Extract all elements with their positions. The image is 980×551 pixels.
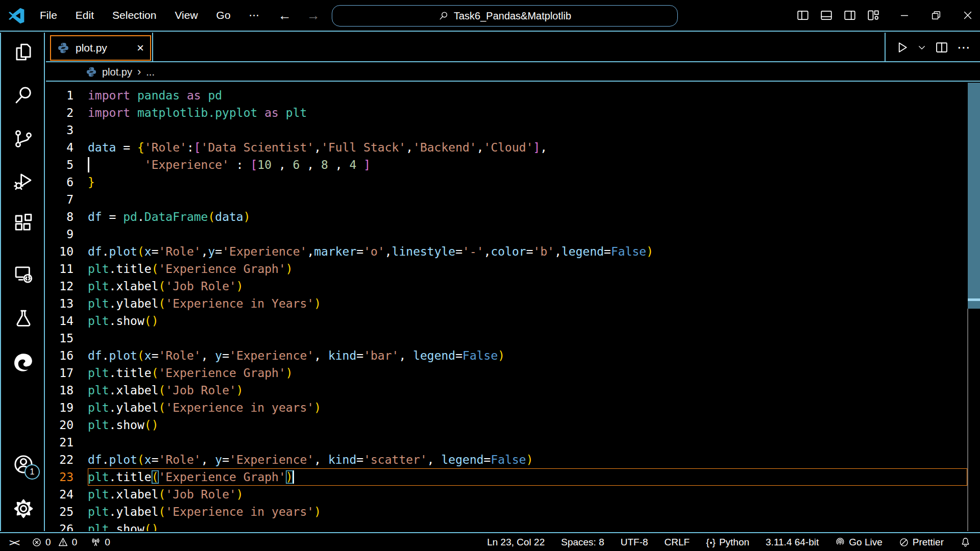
code-line[interactable]: 21 — [46, 434, 980, 451]
toggle-panel-icon[interactable] — [820, 9, 833, 22]
minimize-button[interactable] — [892, 0, 917, 31]
language-mode[interactable]: {} Python — [706, 537, 749, 548]
restore-button[interactable] — [924, 0, 948, 31]
line-number: 4 — [46, 139, 88, 156]
testing-icon[interactable] — [11, 307, 36, 331]
settings-gear-icon[interactable] — [11, 496, 36, 521]
tab-label: plot.py — [76, 42, 107, 54]
code-line[interactable]: 7 — [46, 191, 980, 208]
toggle-sidebar-icon[interactable] — [796, 9, 810, 22]
line-number: 26 — [46, 520, 88, 531]
accounts-icon[interactable]: 1 — [11, 452, 36, 477]
activity-bar: 1 — [0, 33, 45, 531]
run-and-debug-icon[interactable] — [11, 169, 36, 193]
cursor-position[interactable]: Ln 23, Col 22 — [487, 537, 545, 548]
explorer-icon[interactable] — [11, 40, 36, 64]
search-icon — [438, 11, 449, 21]
split-editor-button[interactable] — [935, 40, 949, 55]
source-control-icon[interactable] — [11, 127, 36, 151]
line-number: 5 — [46, 156, 88, 173]
remote-explorer-icon[interactable] — [11, 262, 36, 286]
menu-selection[interactable]: Selection — [112, 9, 156, 21]
search-sidebar-icon[interactable] — [11, 83, 36, 108]
code-line[interactable]: 18plt.xlabel('Job Role') — [46, 382, 980, 399]
problems-indicator[interactable]: 0 0 — [32, 537, 77, 548]
code-line[interactable]: 10df.plot(x='Role',y='Experience',marker… — [46, 243, 980, 260]
line-number: 17 — [46, 364, 88, 382]
editor-group: plot.py × ⋯ plot.py › ... 1import pandas… — [46, 33, 980, 531]
code-line[interactable]: 4data = {'Role':['Data Scientist','Full … — [46, 139, 980, 156]
edge-browser-icon[interactable] — [11, 350, 36, 374]
line-number: 15 — [46, 330, 88, 347]
code-line[interactable]: 1import pandas as pd — [46, 87, 980, 104]
editor-actions: ⋯ — [885, 33, 980, 62]
line-number: 25 — [46, 503, 88, 520]
run-python-file-button[interactable] — [895, 40, 909, 55]
code-line[interactable]: 11plt.title('Experience Graph') — [46, 260, 980, 278]
toggle-secondary-sidebar-icon[interactable] — [843, 9, 856, 22]
tab-separator — [152, 33, 153, 62]
code-line[interactable]: 16df.plot(x='Role', y='Experience', kind… — [46, 347, 980, 364]
code-line[interactable]: 12plt.xlabel('Job Role') — [46, 278, 980, 295]
eol-sequence[interactable]: CRLF — [665, 537, 690, 548]
code-line[interactable]: 13plt.ylabel('Experience in Years') — [46, 295, 980, 312]
status-bar: >< 0 0 0 Ln 23, Col 22 Spaces: 8 UTF-8 C… — [0, 532, 980, 551]
code-line[interactable]: 24plt.xlabel('Job Role') — [46, 486, 980, 503]
line-number: 10 — [46, 243, 88, 260]
go-live[interactable]: Go Live — [835, 537, 882, 548]
text-cursor — [293, 470, 295, 484]
line-number: 18 — [46, 382, 88, 399]
menu-edit[interactable]: Edit — [76, 9, 94, 21]
code-line[interactable]: 14plt.show() — [46, 312, 980, 330]
line-number: 24 — [46, 486, 88, 503]
breadcrumb-file[interactable]: plot.py — [102, 66, 132, 78]
menu-more-icon[interactable]: ⋯ — [249, 9, 260, 21]
scrollbar-thumb[interactable] — [968, 83, 980, 309]
menu-file[interactable]: File — [40, 9, 57, 21]
code-line[interactable]: 15 — [46, 330, 980, 347]
python-file-icon — [57, 42, 69, 54]
command-center-search[interactable]: Task6_Pandas&Matplotlib — [332, 5, 678, 27]
code-line[interactable]: 5 'Experience' : [10 , 6 , 8 , 4 ] — [46, 156, 980, 173]
breadcrumb-separator-icon: › — [137, 65, 141, 79]
breadcrumb-symbol[interactable]: ... — [146, 66, 155, 78]
code-line[interactable]: 17plt.title('Experience Graph') — [46, 364, 980, 382]
code-line[interactable]: 23plt.title('Experience Graph') — [46, 468, 980, 486]
close-window-button[interactable] — [955, 0, 980, 31]
code-line[interactable]: 20plt.show() — [46, 416, 980, 434]
line-number: 19 — [46, 399, 88, 416]
line-number: 8 — [46, 208, 88, 226]
indentation[interactable]: Spaces: 8 — [561, 537, 604, 548]
code-line[interactable]: 9 — [46, 226, 980, 243]
ports-indicator[interactable]: 0 — [90, 537, 110, 548]
code-line[interactable]: 8df = pd.DataFrame(data) — [46, 208, 980, 226]
menu-view[interactable]: View — [175, 9, 198, 21]
menu-go[interactable]: Go — [216, 9, 231, 21]
more-actions-button[interactable]: ⋯ — [957, 40, 971, 56]
code-line[interactable]: 19plt.ylabel('Experience in years') — [46, 399, 980, 416]
line-number: 9 — [46, 226, 88, 243]
customize-layout-icon[interactable] — [867, 9, 880, 22]
code-line[interactable]: 22df.plot(x='Role', y='Experience', kind… — [46, 451, 980, 468]
python-interpreter[interactable]: 3.11.4 64-bit — [766, 537, 819, 548]
line-number: 21 — [46, 434, 88, 451]
line-number: 6 — [46, 173, 88, 191]
radio-tower-icon — [90, 537, 101, 547]
bell-icon — [960, 537, 971, 547]
tab-close-icon[interactable]: × — [137, 42, 144, 54]
remote-indicator[interactable]: >< — [9, 536, 18, 548]
tab-plot-py[interactable]: plot.py × — [50, 35, 151, 61]
run-dropdown-chevron-icon[interactable] — [917, 43, 926, 52]
code-line[interactable]: 6} — [46, 173, 980, 191]
code-line[interactable]: 25plt.ylabel('Experience in years') — [46, 503, 980, 520]
back-arrow-icon[interactable]: ← — [278, 8, 291, 23]
prettier[interactable]: Prettier — [899, 537, 944, 548]
code-line[interactable]: 26plt.show() — [46, 520, 980, 531]
code-editor[interactable]: 1import pandas as pd2import matplotlib.p… — [46, 83, 980, 531]
notifications-bell[interactable] — [960, 537, 971, 547]
code-line[interactable]: 2import matplotlib.pyplot as plt — [46, 104, 980, 121]
indent-guide — [88, 157, 89, 172]
code-line[interactable]: 3 — [46, 121, 980, 139]
encoding[interactable]: UTF-8 — [621, 537, 648, 548]
extensions-icon[interactable] — [11, 211, 36, 235]
